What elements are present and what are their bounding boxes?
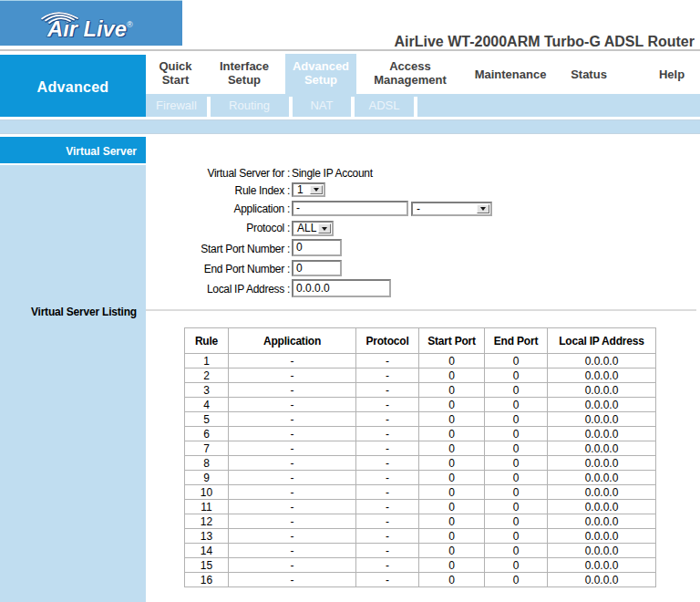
svg-text:®: ®	[127, 20, 133, 29]
